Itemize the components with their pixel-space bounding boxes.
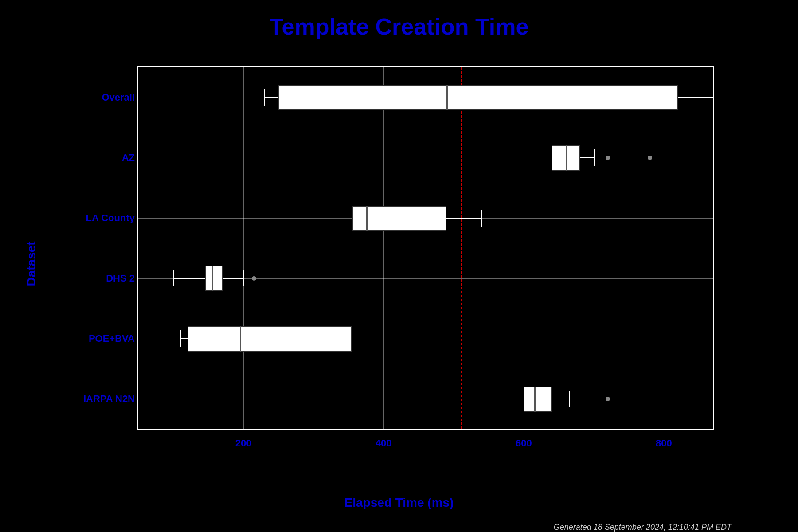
- y-axis-title: Dataset: [24, 241, 39, 286]
- page-container: Template Creation Time Dataset 200400600…: [0, 0, 798, 532]
- plot-region: 200400600800OverallAZLA CountyDHS 2POE+B…: [137, 66, 714, 430]
- median-line-LA-County: [366, 206, 368, 231]
- median-line-AZ: [566, 145, 567, 170]
- box-Overall: [278, 85, 678, 110]
- whisker-right-cap-LA-County: [481, 210, 482, 227]
- grid-line-v-400: [383, 67, 384, 429]
- whisker-right-AZ: [580, 157, 594, 158]
- chart-area: Dataset 200400600800OverallAZLA CountyDH…: [66, 53, 732, 474]
- whisker-left-Overall: [264, 97, 278, 98]
- median-line-POE+BVA: [240, 326, 241, 351]
- y-label-AZ: AZ: [122, 152, 135, 164]
- box-IARPA-N2N: [524, 387, 552, 412]
- y-label-IARPA-N2N: IARPA N2N: [83, 393, 135, 405]
- whisker-left-DHS-2: [173, 278, 205, 279]
- grid-line-v-800: [664, 67, 664, 429]
- y-label-Overall: Overall: [102, 92, 135, 103]
- grid-line-v-600: [524, 67, 524, 429]
- whisker-right-Overall: [678, 97, 713, 98]
- whisker-left-cap-Overall: [264, 89, 265, 106]
- outlier-AZ-0: [606, 156, 610, 160]
- x-axis-title: Elapsed Time (ms): [344, 496, 454, 510]
- whisker-right-IARPA-N2N: [552, 399, 569, 399]
- grid-line-h-IARPA-N2N: [138, 399, 713, 399]
- whisker-right-LA-County: [446, 218, 481, 219]
- grid-line-h-AZ: [138, 158, 713, 158]
- x-tick-label-200: 200: [235, 438, 252, 449]
- whisker-right-cap-DHS-2: [243, 270, 244, 287]
- outlier-AZ-1: [648, 156, 652, 160]
- outlier-IARPA-N2N-0: [606, 397, 610, 401]
- box-DHS-2: [205, 266, 223, 291]
- whisker-right-cap-AZ: [594, 149, 595, 166]
- outlier-DHS-2-0: [252, 276, 256, 281]
- generated-text: Generated 18 September 2024, 12:10:41 PM…: [554, 523, 732, 532]
- whisker-left-POE+BVA: [180, 338, 188, 339]
- whisker-right-DHS-2: [223, 278, 243, 279]
- box-POE+BVA: [188, 326, 352, 351]
- y-label-DHS-2: DHS 2: [106, 273, 135, 284]
- y-label-POE+BVA: POE+BVA: [89, 333, 135, 344]
- x-tick-label-400: 400: [376, 438, 392, 449]
- x-tick-label-800: 800: [656, 438, 672, 449]
- chart-title: Template Creation Time: [270, 13, 529, 40]
- red-dashed-line: [461, 67, 462, 429]
- grid-line-v-200: [243, 67, 244, 429]
- x-tick-label-600: 600: [516, 438, 532, 449]
- whisker-right-cap-IARPA-N2N: [569, 391, 570, 407]
- median-line-IARPA-N2N: [534, 387, 536, 412]
- median-line-DHS-2: [212, 266, 213, 291]
- whisker-right-cap-Overall: [713, 89, 714, 106]
- y-label-LA-County: LA County: [86, 212, 135, 224]
- whisker-left-cap-POE+BVA: [180, 330, 181, 347]
- whisker-left-cap-DHS-2: [173, 270, 174, 287]
- median-line-Overall: [446, 85, 448, 110]
